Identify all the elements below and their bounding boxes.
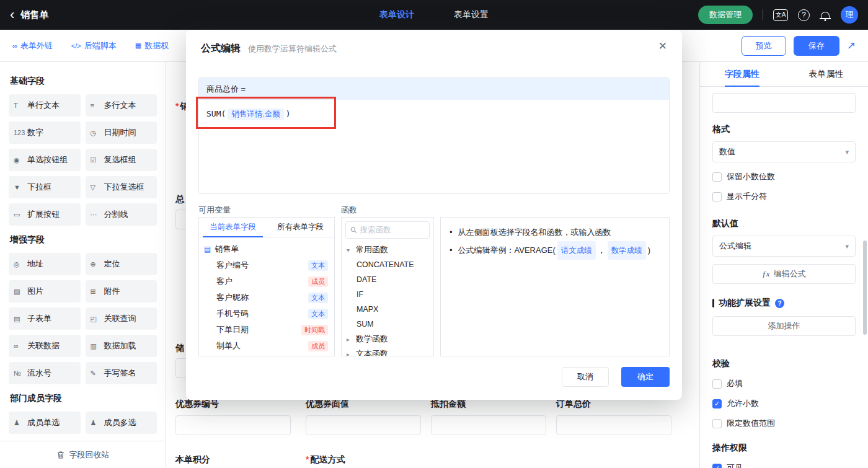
checkbox-label: 限定数值范围 — [727, 418, 775, 429]
function-item[interactable]: CONCATENATE — [342, 257, 433, 272]
preview-button[interactable]: 预览 — [742, 36, 786, 56]
type-badge: 成员 — [308, 276, 328, 287]
field-label-delivery: *配送方式 — [306, 454, 345, 466]
deduction-amount-input[interactable] — [431, 415, 546, 435]
variable-name: 客户 — [216, 276, 232, 287]
variable-name: 客户昵称 — [216, 292, 249, 303]
type-badge: 文本 — [308, 260, 328, 271]
function-group-label: 数学函数 — [356, 333, 388, 345]
function-search[interactable] — [345, 221, 430, 239]
tab-current-form-fields[interactable]: 当前表单字段 — [199, 218, 267, 237]
field-item-serial-number[interactable]: №流水号 — [9, 362, 81, 384]
function-group-common[interactable]: ▾ 常用函数 — [342, 242, 433, 257]
field-item-dropdown[interactable]: ▼下拉框 — [9, 176, 81, 198]
question-badge-icon[interactable]: ? — [775, 299, 784, 308]
help-icon[interactable]: ? — [798, 9, 810, 21]
variable-name: 下单日期 — [216, 324, 249, 335]
field-item-extend-button[interactable]: ▭扩展按钮 — [9, 203, 81, 226]
variable-row[interactable]: 下单日期 时间戳 — [204, 322, 329, 338]
checkbox-icon — [712, 192, 722, 201]
field-item-location[interactable]: ⊕定位 — [86, 253, 157, 275]
function-item[interactable]: MAPX — [342, 302, 433, 317]
cancel-button[interactable]: 取消 — [562, 367, 609, 387]
field-item-data-load[interactable]: ▥数据加载 — [86, 335, 157, 357]
checkbox-label: 允许小数 — [727, 398, 759, 409]
variable-row[interactable]: 客户 成员 — [204, 273, 329, 289]
formula-editor[interactable]: SUM(销售详情.金额) — [199, 100, 669, 194]
function-group-math[interactable]: ▸ 数学函数 — [342, 332, 433, 347]
function-item[interactable]: DATE — [342, 272, 433, 287]
related-query-icon: ◰ — [91, 315, 104, 323]
data-manage-button[interactable]: 数据管理 — [698, 6, 753, 24]
field-item-datetime[interactable]: ◷日期时间 — [86, 121, 157, 144]
form-external-link[interactable]: ∞ 表单外链 — [12, 40, 53, 51]
confirm-button[interactable]: 确定 — [621, 367, 670, 387]
function-search-input[interactable] — [360, 226, 425, 234]
avatar[interactable]: 理 — [841, 6, 858, 24]
signature-icon: ✎ — [91, 369, 104, 377]
dropdown-multi-icon: ▽ — [91, 183, 104, 192]
field-item-radio-group[interactable]: ◉单选按钮组 — [9, 149, 81, 171]
default-value-select[interactable]: 公式编辑 ▾ — [712, 236, 856, 257]
tab-form-design[interactable]: 表单设计 — [379, 9, 414, 20]
scrollbar-thumb[interactable] — [863, 241, 867, 335]
checkbox-thousands-separator[interactable]: 显示千分符 — [712, 191, 856, 202]
checkbox-allow-decimals[interactable]: 允许小数 — [712, 398, 856, 409]
order-total-input[interactable] — [556, 415, 671, 435]
format-select[interactable]: 数值 ▾ — [712, 141, 856, 162]
variable-chip[interactable]: 销售详情.金额 — [228, 108, 283, 120]
coupon-value-input[interactable] — [306, 415, 421, 435]
tree-root-form[interactable]: ▤ 销售单 — [204, 241, 329, 257]
text-icon: T — [14, 102, 27, 109]
field-item-related-data[interactable]: ∞关联数据 — [9, 335, 81, 357]
share-icon[interactable]: ↗ — [847, 39, 856, 52]
back-icon[interactable]: ‹ — [10, 8, 14, 22]
backend-script-link[interactable]: </> 后端脚本 — [71, 40, 117, 51]
tab-field-properties[interactable]: 字段属性 — [700, 62, 784, 86]
field-title-input[interactable] — [712, 93, 856, 113]
field-item-member-single[interactable]: ♟成员单选 — [9, 412, 81, 434]
function-group-text[interactable]: ▸ 文本函数 — [342, 347, 433, 356]
field-item-image[interactable]: ▨图片 — [9, 280, 81, 302]
field-item-subform[interactable]: ▤子表单 — [9, 307, 81, 330]
close-icon[interactable]: ✕ — [658, 40, 667, 53]
field-recycle-bin[interactable]: 字段回收站 — [0, 441, 166, 468]
formula-editor-box: 商品总价 = SUM(销售详情.金额) — [198, 77, 670, 194]
edit-formula-button[interactable]: ƒx 编辑公式 — [712, 264, 856, 284]
coupon-number-input[interactable] — [175, 415, 291, 435]
data-permission-link[interactable]: ▦ 数据权 — [135, 40, 169, 51]
field-item-signature[interactable]: ✎手写签名 — [86, 362, 157, 384]
checkbox-keep-decimals[interactable]: 保留小数位数 — [712, 171, 856, 182]
save-button[interactable]: 保存 — [794, 36, 839, 56]
notification-bell-icon[interactable] — [821, 12, 830, 19]
variable-row[interactable]: 客户昵称 文本 — [204, 289, 329, 306]
tab-form-settings[interactable]: 表单设置 — [454, 9, 489, 20]
checkbox-visible[interactable]: 可见 — [712, 462, 856, 468]
variable-row[interactable]: 手机号码 文本 — [204, 306, 329, 322]
add-action-button[interactable]: 添加操作 — [712, 316, 856, 336]
field-item-checkbox-group[interactable]: ☑复选框组 — [86, 149, 157, 171]
modal-footer: 取消 确定 — [562, 367, 670, 387]
field-item-multi-line-text[interactable]: ≡多行文本 — [86, 94, 157, 117]
field-item-member-multi[interactable]: ♟成员多选 — [86, 412, 157, 434]
translate-icon[interactable]: 文A — [773, 9, 788, 21]
modal-subtitle: 使用数学运算符编辑公式 — [248, 43, 337, 55]
field-item-dropdown-multi[interactable]: ▽下拉复选框 — [86, 176, 157, 198]
field-item-divider[interactable]: ⋯分割线 — [86, 203, 157, 226]
field-item-label: 成员单选 — [27, 417, 60, 428]
variable-row[interactable]: 客户编号 文本 — [204, 257, 329, 273]
function-item[interactable]: IF — [342, 287, 433, 302]
function-item[interactable]: SUM — [342, 317, 433, 332]
variable-row[interactable]: 制单人 成员 — [204, 338, 329, 354]
field-item-number[interactable]: 123数字 — [9, 121, 81, 144]
field-item-attachment[interactable]: ⊞附件 — [86, 280, 157, 302]
field-item-single-line-text[interactable]: T单行文本 — [9, 94, 81, 117]
field-item-label: 数字 — [27, 127, 43, 138]
field-item-label: 成员多选 — [104, 417, 136, 428]
checkbox-limit-range[interactable]: 限定数值范围 — [712, 418, 856, 429]
field-item-related-query[interactable]: ◰关联查询 — [86, 307, 157, 330]
checkbox-required[interactable]: 必填 — [712, 378, 856, 389]
tab-form-properties[interactable]: 表单属性 — [784, 62, 868, 86]
field-item-address[interactable]: ◎地址 — [9, 253, 81, 275]
tab-all-form-fields[interactable]: 所有表单字段 — [267, 218, 334, 237]
